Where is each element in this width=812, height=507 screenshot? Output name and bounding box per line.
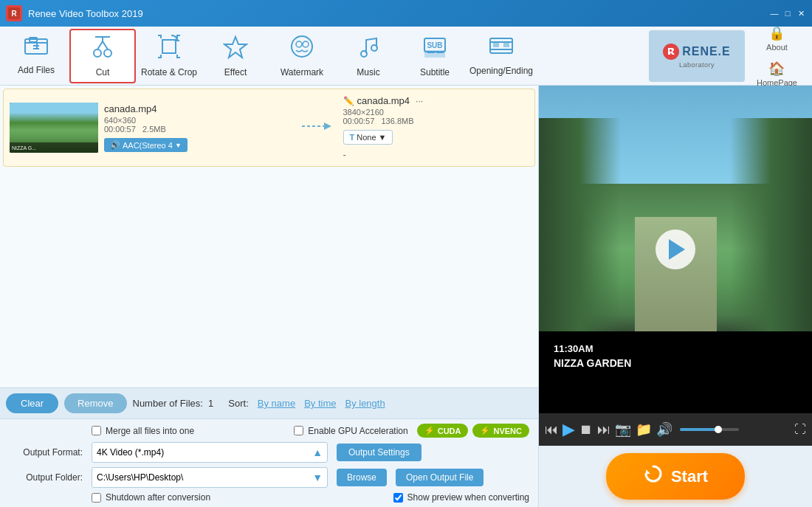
left-panel: NIZZA G... canada.mp4 640×360 00:00:57 2… [0, 86, 539, 507]
play-pause-btn[interactable]: ▶ [562, 420, 575, 439]
toolbar-add-files[interactable]: Add Files [3, 29, 69, 83]
svg-point-20 [361, 51, 367, 57]
input-size: 2.5MB [142, 125, 166, 134]
svg-rect-25 [436, 52, 444, 53]
opening-ending-label: Opening/Ending [469, 66, 533, 76]
about-label: About [766, 43, 788, 52]
file-output-info: ✏️ canada.mp4 ··· 3840×2160 00:00:57 136… [343, 95, 529, 160]
gpu-label: Enable GPU Acceleration [308, 426, 407, 436]
svg-rect-14 [162, 40, 176, 53]
stop-btn[interactable]: ⏹ [579, 422, 593, 438]
skip-forward-btn[interactable]: ⏭ [597, 422, 610, 438]
start-button[interactable]: Start [606, 453, 745, 500]
about-btn[interactable]: 🔒 About [751, 22, 803, 55]
renee-logo-area: RENE.E Laboratory [649, 30, 745, 82]
close-btn[interactable]: ✕ [796, 8, 806, 18]
music-icon [356, 34, 381, 64]
toolbar-music[interactable]: Music [335, 29, 402, 83]
output-format-arrow-icon: ▲ [312, 446, 323, 458]
gpu-badges: ⚡ CUDA ⚡ NVENC [417, 424, 529, 438]
more-options-btn[interactable]: ··· [416, 96, 423, 106]
svg-text:SUB: SUB [427, 41, 442, 49]
start-area: Start [539, 446, 812, 507]
speaker-icon: 🔊 [110, 140, 120, 150]
toolbar-watermark[interactable]: Watermark [269, 29, 335, 83]
toolbar-effect[interactable]: Effect [202, 29, 269, 83]
gpu-checkbox[interactable] [294, 426, 303, 435]
right-panel: 11:30AM NIZZA GARDEN ⏮ ▶ ⏹ ⏭ 📷 📁 🔊 ⛶ [539, 86, 812, 507]
sort-by-length-btn[interactable]: By length [342, 396, 388, 410]
screenshot-btn[interactable]: 📷 [615, 421, 631, 438]
text-t-icon: T [350, 133, 355, 142]
play-button[interactable] [656, 230, 695, 269]
merge-checkbox[interactable] [92, 426, 101, 435]
main-layout: NIZZA G... canada.mp4 640×360 00:00:57 2… [0, 86, 812, 507]
add-files-label: Add Files [18, 65, 55, 75]
homepage-btn[interactable]: 🏠 HomePage [751, 58, 803, 90]
preview-checkbox-row: Show preview when converting [393, 492, 529, 503]
preview-label: Show preview when converting [407, 492, 529, 503]
settings-bar: Merge all files into one Enable GPU Acce… [0, 418, 538, 507]
audio-track-dropdown[interactable]: 🔊 AAC(Stereo 4 ▼ [104, 138, 187, 152]
volume-fill [680, 428, 718, 431]
file-count-number: 1 [208, 398, 213, 409]
gpu-checkbox-row: Enable GPU Acceleration [294, 426, 407, 436]
nvenc-icon: ⚡ [480, 426, 490, 435]
svg-rect-32 [670, 49, 672, 52]
output-settings-button[interactable]: Output Settings [337, 444, 422, 461]
toolbar-rotate-crop[interactable]: Rotate & Crop [136, 29, 202, 83]
clear-button[interactable]: Clear [6, 393, 58, 413]
svg-point-19 [303, 41, 309, 47]
sort-label: Sort: [228, 398, 248, 409]
subtitle-track-label: None [357, 133, 376, 142]
video-location-overlay: NIZZA GARDEN [554, 357, 631, 369]
svg-point-17 [292, 36, 312, 57]
svg-rect-28 [490, 41, 512, 43]
edit-pencil-icon: ✏️ [343, 96, 354, 106]
input-meta: 00:00:57 2.5MB [104, 125, 290, 134]
start-label: Start [671, 467, 708, 486]
open-output-button[interactable]: Open Output File [396, 469, 484, 486]
subtitle-icon: SUB [422, 34, 447, 64]
nvenc-badge: ⚡ NVENC [472, 424, 529, 438]
preview-checkbox[interactable] [393, 493, 403, 503]
svg-point-8 [94, 49, 101, 57]
shutdown-checkbox[interactable] [92, 493, 101, 503]
toolbar: Add Files Cut [0, 27, 812, 86]
output-format-select[interactable]: 4K Video (*.mp4) ▲ [92, 442, 328, 463]
output-meta: 00:00:57 136.8MB [343, 117, 529, 125]
remove-button[interactable]: Remove [64, 393, 126, 413]
output-dim: 3840×2160 [343, 108, 384, 117]
music-label: Music [357, 67, 379, 77]
skip-back-btn[interactable]: ⏮ [545, 422, 558, 438]
toolbar-opening-ending[interactable]: Opening/Ending [468, 29, 534, 83]
toolbar-cut[interactable]: Cut [69, 29, 136, 83]
browse-button[interactable]: Browse [337, 469, 387, 486]
file-list-area: NIZZA G... canada.mp4 640×360 00:00:57 2… [0, 86, 538, 387]
input-dropdowns: 🔊 AAC(Stereo 4 ▼ [104, 138, 290, 152]
output-folder-select[interactable]: C:\Users\HP\Desktop\ ▼ [92, 467, 328, 488]
start-refresh-icon [643, 463, 664, 489]
file-item: NIZZA G... canada.mp4 640×360 00:00:57 2… [3, 89, 535, 167]
merge-label: Merge all files into one [106, 426, 194, 436]
output-size: 136.8MB [382, 117, 414, 125]
window-controls: — □ ✕ [769, 8, 806, 18]
maximize-btn[interactable]: □ [782, 8, 793, 18]
minimize-btn[interactable]: — [769, 8, 780, 18]
app-logo: R [6, 5, 22, 21]
audio-track-label: AAC(Stereo 4 [123, 141, 173, 150]
volume-slider[interactable] [680, 428, 739, 431]
output-duration: 00:00:57 [343, 117, 375, 125]
video-controls-bar: ⏮ ▶ ⏹ ⏭ 📷 📁 🔊 ⛶ [539, 413, 812, 446]
sort-by-time-btn[interactable]: By time [301, 396, 339, 410]
output-dash: - [343, 149, 529, 160]
sort-by-name-btn[interactable]: By name [255, 396, 298, 410]
toolbar-subtitle[interactable]: SUB Subtitle [402, 29, 468, 83]
output-folder-value: C:\Users\HP\Desktop\ [97, 472, 183, 483]
shutdown-preview-row: Shutdown after conversion Show preview w… [9, 492, 529, 503]
folder-btn[interactable]: 📁 [636, 421, 652, 438]
input-duration: 00:00:57 [104, 125, 136, 134]
fullscreen-btn[interactable]: ⛶ [794, 423, 806, 436]
subtitle-dropdown[interactable]: T None ▼ [343, 130, 393, 145]
file-input-info: canada.mp4 640×360 00:00:57 2.5MB 🔊 AAC(… [104, 103, 290, 152]
